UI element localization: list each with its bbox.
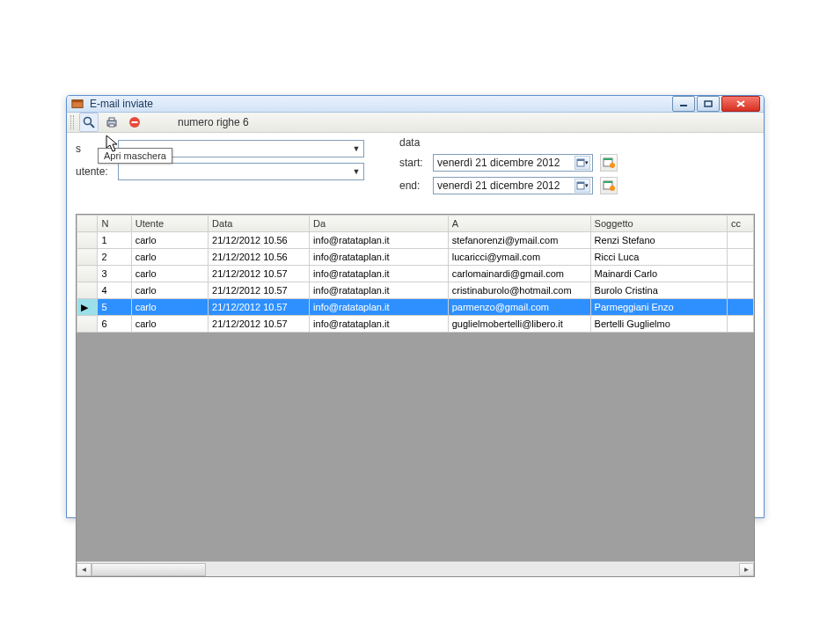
- close-button[interactable]: [721, 96, 760, 112]
- cell-da[interactable]: info@ratataplan.it: [310, 249, 449, 266]
- row-header[interactable]: [77, 232, 98, 249]
- utente-combo[interactable]: ▼: [118, 163, 364, 180]
- cell-a[interactable]: guglielmobertelli@libero.it: [448, 316, 590, 333]
- chevron-down-icon: ▼: [351, 166, 362, 177]
- cell-data[interactable]: 21/12/2012 10.56: [209, 249, 310, 266]
- print-button[interactable]: [102, 113, 121, 132]
- calendar-icon[interactable]: ▾: [575, 179, 590, 193]
- cell-a[interactable]: carlomainardi@gmail.com: [448, 266, 590, 282]
- cell-cc[interactable]: [728, 232, 754, 249]
- cell-da[interactable]: info@ratataplan.it: [310, 299, 449, 316]
- table-row[interactable]: 2carlo21/12/2012 10.56info@ratataplan.it…: [77, 249, 754, 266]
- svg-rect-16: [604, 158, 612, 160]
- cell-a[interactable]: lucaricci@ymail.com: [448, 249, 590, 266]
- cell-sog[interactable]: Parmeggiani Enzo: [590, 299, 728, 316]
- scroll-track[interactable]: [91, 563, 739, 576]
- cell-utente[interactable]: carlo: [131, 249, 208, 266]
- app-icon: [70, 97, 84, 111]
- grid-table[interactable]: NUtenteDataDaASoggettocc 1carlo21/12/201…: [77, 215, 754, 333]
- cell-cc[interactable]: [728, 282, 754, 299]
- cell-a[interactable]: stefanorenzi@ymail.com: [448, 232, 590, 249]
- cell-da[interactable]: info@ratataplan.it: [310, 282, 449, 299]
- table-row[interactable]: 4carlo21/12/2012 10.57info@ratataplan.it…: [77, 282, 754, 299]
- row-header[interactable]: [77, 249, 98, 266]
- cell-a[interactable]: parmenzo@gmail.com: [448, 299, 590, 316]
- cell-data[interactable]: 21/12/2012 10.57: [209, 266, 310, 282]
- column-header[interactable]: Utente: [131, 216, 208, 232]
- cell-cc[interactable]: [728, 266, 754, 282]
- svg-point-22: [610, 186, 615, 191]
- cell-utente[interactable]: carlo: [131, 232, 208, 249]
- column-header[interactable]: A: [448, 216, 590, 232]
- cell-sog[interactable]: Renzi Stefano: [590, 232, 728, 249]
- cell-da[interactable]: info@ratataplan.it: [310, 232, 449, 249]
- cell-data[interactable]: 21/12/2012 10.57: [209, 299, 310, 316]
- svg-rect-12: [132, 121, 138, 123]
- horizontal-scrollbar[interactable]: ◄ ►: [77, 561, 754, 576]
- cell-utente[interactable]: carlo: [131, 316, 208, 333]
- cell-cc[interactable]: [728, 249, 754, 266]
- cell-utente[interactable]: carlo: [131, 299, 208, 316]
- svg-rect-9: [109, 118, 114, 121]
- column-header[interactable]: N: [98, 216, 131, 232]
- table-row[interactable]: ▶5carlo21/12/2012 10.57info@ratataplan.i…: [77, 299, 754, 316]
- cell-da[interactable]: info@ratataplan.it: [310, 316, 449, 333]
- column-header[interactable]: cc: [728, 216, 754, 232]
- svg-line-7: [91, 124, 94, 128]
- row-header[interactable]: ▶: [77, 299, 98, 316]
- cell-n[interactable]: 3: [98, 266, 131, 282]
- cell-sog[interactable]: Mainardi Carlo: [590, 266, 728, 282]
- table-row[interactable]: 3carlo21/12/2012 10.57info@ratataplan.it…: [77, 266, 754, 282]
- minimize-button[interactable]: [672, 96, 695, 112]
- column-header[interactable]: Soggetto: [590, 216, 728, 232]
- column-header[interactable]: [77, 216, 98, 232]
- row-header[interactable]: [77, 266, 98, 282]
- data-grid[interactable]: NUtenteDataDaASoggettocc 1carlo21/12/201…: [76, 214, 755, 577]
- table-row[interactable]: 1carlo21/12/2012 10.56info@ratataplan.it…: [77, 232, 754, 249]
- utente-label: utente:: [76, 165, 114, 178]
- cell-a[interactable]: cristinaburolo@hotmail.com: [448, 282, 590, 299]
- cell-utente[interactable]: carlo: [131, 282, 208, 299]
- scroll-right-button[interactable]: ►: [739, 563, 754, 576]
- row-header[interactable]: [77, 282, 98, 299]
- row-header[interactable]: [77, 316, 98, 333]
- cell-sog[interactable]: Burolo Cristina: [590, 282, 728, 299]
- cell-data[interactable]: 21/12/2012 10.57: [209, 316, 310, 333]
- end-datepicker[interactable]: venerdì 21 dicembre 2012 ▾: [433, 177, 593, 194]
- cell-n[interactable]: 2: [98, 249, 131, 266]
- scroll-thumb[interactable]: [91, 563, 206, 576]
- window-title: E-mail inviate: [90, 98, 672, 110]
- svg-point-6: [84, 118, 91, 125]
- start-action-button[interactable]: [600, 154, 618, 172]
- start-datepicker[interactable]: venerdì 21 dicembre 2012 ▾: [433, 154, 593, 172]
- delete-button[interactable]: [125, 113, 144, 132]
- cell-n[interactable]: 4: [98, 282, 131, 299]
- end-action-button[interactable]: [600, 177, 618, 194]
- app-window: E-mail inviate numero righe 6: [66, 95, 765, 518]
- cell-n[interactable]: 5: [98, 299, 131, 316]
- start-label: start:: [399, 157, 426, 169]
- maximize-button[interactable]: [697, 96, 720, 112]
- titlebar[interactable]: E-mail inviate: [67, 96, 764, 113]
- calendar-icon[interactable]: ▾: [575, 156, 590, 170]
- column-header[interactable]: Data: [209, 216, 310, 232]
- cell-sog[interactable]: Ricci Luca: [590, 249, 728, 266]
- toolbar: numero righe 6: [67, 113, 764, 133]
- svg-rect-10: [109, 124, 114, 127]
- cell-n[interactable]: 1: [98, 232, 131, 249]
- cell-data[interactable]: 21/12/2012 10.56: [209, 232, 310, 249]
- cell-cc[interactable]: [728, 299, 754, 316]
- search-button[interactable]: [79, 113, 99, 132]
- cell-data[interactable]: 21/12/2012 10.57: [209, 282, 310, 299]
- svg-rect-1: [72, 100, 83, 103]
- cell-n[interactable]: 6: [98, 316, 131, 333]
- svg-rect-21: [604, 181, 612, 183]
- table-row[interactable]: 6carlo21/12/2012 10.57info@ratataplan.it…: [77, 316, 754, 333]
- cell-utente[interactable]: carlo: [131, 266, 208, 282]
- cell-da[interactable]: info@ratataplan.it: [310, 266, 449, 282]
- scroll-left-button[interactable]: ◄: [77, 563, 91, 576]
- cell-cc[interactable]: [728, 316, 754, 333]
- column-header[interactable]: Da: [310, 216, 449, 232]
- row-count-label: numero righe 6: [178, 116, 249, 128]
- cell-sog[interactable]: Bertelli Guglielmo: [590, 316, 728, 333]
